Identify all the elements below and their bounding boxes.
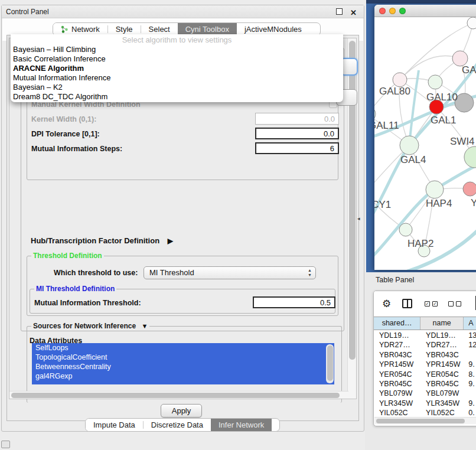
zoom-traffic-light-icon[interactable]	[399, 8, 406, 14]
column-chooser-icon[interactable]	[402, 299, 412, 308]
gear-icon[interactable]: ⚙	[382, 298, 391, 310]
table-row[interactable]: YDL19…YDL19…13	[374, 331, 476, 340]
table-cell: YBL079W	[420, 389, 464, 398]
tab-discretize-data[interactable]: Discretize Data	[144, 419, 211, 431]
table-row[interactable]: YPR145WYPR145W9.	[374, 360, 476, 369]
splitter-collapse-icon[interactable]: ◂	[357, 216, 360, 221]
close-icon[interactable]: ✕	[350, 6, 357, 19]
data-attribute-item[interactable]: BetweennessCentrality	[32, 362, 334, 371]
dpi-tolerance-label: DPI Tolerance [0,1]:	[31, 130, 100, 138]
network-desktop: GALGAL80GAL10GAL1GAL11GAL4SWI4HAP4YGCY1H…	[366, 0, 476, 272]
hub-definition-expander[interactable]: Hub/Transcription Factor Definition ▶	[31, 236, 173, 245]
hub-definition-label: Hub/Transcription Factor Definition	[31, 236, 159, 245]
network-node[interactable]	[393, 73, 407, 87]
scrollbar-thumb[interactable]	[376, 419, 465, 423]
network-node[interactable]	[428, 75, 442, 89]
data-attributes-list[interactable]: SelfLoopsTopologicalCoefficientBetweenne…	[32, 343, 334, 384]
settings-horizontal-scrollbar[interactable]	[9, 391, 348, 399]
network-node-label: HAP4	[426, 198, 452, 209]
tab-style[interactable]: Style	[108, 23, 141, 35]
mi-steps-label: Mutual Information Steps:	[31, 145, 122, 153]
table-horizontal-scrollbar[interactable]	[374, 417, 476, 424]
network-node-label: GAL	[462, 64, 476, 76]
table-row[interactable]: YBR043CYBR043C	[374, 350, 476, 360]
deselect-all-checkbox-icon[interactable]	[456, 301, 461, 306]
mi-steps-field[interactable]	[255, 142, 339, 154]
table-row[interactable]: YLR345WYLR345W9.	[374, 399, 476, 408]
data-attribute-item[interactable]: TopologicalCoefficient	[32, 353, 334, 362]
tab-impute-data[interactable]: Impute Data	[86, 419, 143, 431]
algorithm-list-item[interactable]: Mutual Information Inference	[11, 73, 343, 83]
network-node-label: GAL80	[379, 86, 410, 97]
data-attribute-item[interactable]: SelfLoops	[32, 343, 334, 353]
table-row[interactable]: YBR045CYBR045C9.	[374, 379, 476, 389]
network-node-label: SWI4	[450, 136, 475, 147]
minimized-panel-icon[interactable]	[1, 441, 10, 448]
kernel-width-field[interactable]	[255, 113, 339, 125]
attribute-list-scrollbar[interactable]	[326, 344, 334, 383]
network-node[interactable]	[426, 181, 444, 198]
close-traffic-light-icon[interactable]	[379, 8, 386, 14]
deselect-all-checkbox-icon[interactable]	[448, 301, 454, 306]
table-cell: 12	[464, 340, 476, 350]
table-cell: YIL052C	[374, 408, 420, 417]
expanded-arrow-icon[interactable]: ▼	[141, 322, 148, 330]
algorithm-list-item[interactable]: Basic Correlation Inference	[11, 54, 343, 64]
table-row[interactable]: YDR27…YDR27…12	[374, 340, 476, 350]
which-threshold-combo[interactable]: MI Threshold ▲▼	[144, 266, 316, 279]
spinner-arrows-icon[interactable]: ▲▼	[307, 268, 312, 278]
tab-network[interactable]: Network	[53, 23, 107, 35]
mi-threshold-label: Mutual Information Threshold:	[34, 299, 141, 307]
scrollbar-thumb[interactable]	[349, 41, 356, 360]
select-all-checkbox-icon[interactable]: ✓	[425, 301, 430, 306]
column-header-partial[interactable]: A	[464, 317, 476, 330]
network-node[interactable]	[399, 223, 412, 236]
cyni-bottom-tabbar: Impute Data Discretize Data Infer Networ…	[85, 418, 280, 432]
network-window-titlebar[interactable]	[374, 5, 476, 17]
group-title: MI Threshold Definition	[34, 285, 116, 293]
sources-title: Sources for Network Inference	[33, 322, 136, 330]
table-cell: YDR27…	[420, 340, 464, 350]
scrollbar-thumb[interactable]	[327, 345, 333, 381]
control-panel-window: Control Panel ✕ Network Style Select Cyn…	[1, 5, 364, 432]
network-node[interactable]	[467, 17, 476, 29]
combo-value: MI Threshold	[149, 268, 194, 277]
tab-jactivemnodules[interactable]: jActiveMNodules	[237, 23, 309, 35]
algorithm-list-item[interactable]: Dream8 DC_TDC Algorithm	[11, 92, 343, 102]
tab-cyni-toolbox[interactable]: Cyni Toolbox	[178, 23, 237, 35]
tab-label: Cyni Toolbox	[185, 25, 229, 34]
column-header-shared-name[interactable]: shared…	[374, 317, 420, 330]
network-node-label: GCY1	[374, 199, 391, 210]
table-cell: YBR045C	[420, 379, 464, 389]
collapsed-arrow-icon[interactable]: ▶	[168, 237, 173, 245]
apply-button[interactable]: Apply	[161, 404, 202, 418]
network-node[interactable]	[400, 136, 419, 155]
scrollbar-thumb[interactable]	[11, 393, 340, 398]
network-node[interactable]	[463, 182, 476, 196]
dpi-tolerance-field[interactable]	[255, 128, 339, 139]
network-node-label: GAL4	[400, 154, 426, 165]
network-node[interactable]	[464, 146, 476, 168]
table-panel-window: ⚙ ✓ ✓ shared… name A YDL19…YDL19…13YDR27…	[373, 291, 476, 426]
mi-threshold-field[interactable]	[253, 296, 335, 308]
table-cell: 9.	[464, 360, 476, 369]
tab-select[interactable]: Select	[141, 23, 178, 35]
algorithm-list-item[interactable]: ARACNE Algorithm	[11, 64, 343, 73]
network-node-label: Y	[471, 197, 476, 208]
table-row[interactable]: YBL079WYBL079W	[374, 389, 476, 398]
table-cell: YBR045C	[374, 379, 420, 389]
minimize-traffic-light-icon[interactable]	[389, 8, 396, 14]
algorithm-list-item[interactable]: Bayesian – Hill Climbing	[11, 45, 343, 54]
algorithm-list-item[interactable]: Bayesian – K2	[11, 83, 343, 92]
kernel-width-label: Kernel Width (0,1):	[31, 115, 96, 123]
select-all-checkbox-icon[interactable]: ✓	[432, 301, 438, 306]
table-row[interactable]: YIL052CYIL052C0.	[374, 408, 476, 417]
table-row[interactable]: YER054CYER054C8.	[374, 370, 476, 379]
data-attribute-item[interactable]: gal4RGexp	[32, 371, 334, 381]
tab-label: Style	[116, 25, 133, 34]
network-canvas[interactable]: GALGAL80GAL10GAL1GAL11GAL4SWI4HAP4YGCY1H…	[374, 17, 476, 270]
float-window-icon[interactable]	[336, 8, 343, 15]
table-panel-title: Table Panel	[376, 276, 414, 284]
column-header-name[interactable]: name	[420, 317, 464, 330]
tab-infer-network[interactable]: Infer Network	[211, 419, 272, 431]
